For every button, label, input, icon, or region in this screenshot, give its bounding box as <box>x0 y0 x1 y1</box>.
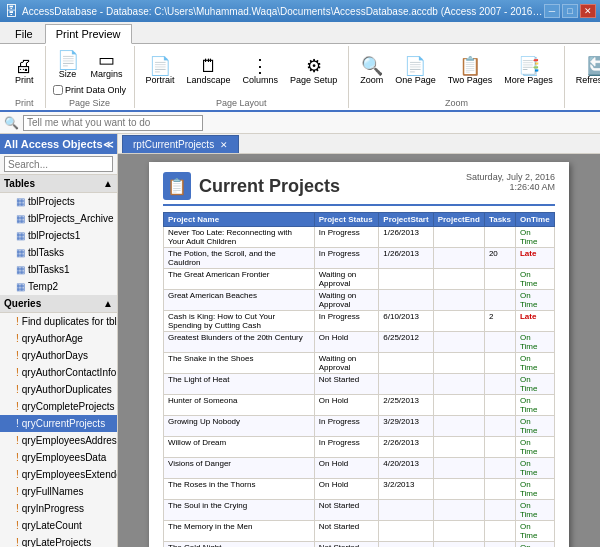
tab-file[interactable]: File <box>4 24 44 43</box>
list-item[interactable]: ▦tblProjects_Archive <box>0 210 117 227</box>
list-item[interactable]: ▦tblProjects <box>0 193 117 210</box>
table-row: The Memory in the Men Not Started On Tim… <box>164 521 555 542</box>
list-item[interactable]: ▦tblProjects1 <box>0 227 117 244</box>
cell-status: Waiting on Approval <box>314 290 379 311</box>
one-page-button[interactable]: 📄 One Page <box>390 54 441 88</box>
list-item[interactable]: !qryInProgress <box>0 500 117 517</box>
two-pages-button[interactable]: 📋 Two Pages <box>443 54 498 88</box>
columns-button[interactable]: ⋮ Columns <box>238 54 284 88</box>
cell-end <box>433 500 484 521</box>
minimize-button[interactable]: ─ <box>544 4 560 18</box>
list-item[interactable]: ▦Temp2 <box>0 278 117 295</box>
search-input[interactable] <box>23 115 203 131</box>
list-item[interactable]: !qryAuthorAge <box>0 330 117 347</box>
print-label: Print <box>15 75 34 85</box>
cell-ontime: On Time <box>515 500 554 521</box>
table-icon: ▦ <box>16 213 25 224</box>
panel-search-input[interactable] <box>4 156 113 172</box>
close-button[interactable]: ✕ <box>580 4 596 18</box>
cell-tasks <box>484 395 515 416</box>
cell-status: In Progress <box>314 311 379 332</box>
list-item[interactable]: !qryEmployeesExtended <box>0 466 117 483</box>
size-label: Size <box>59 69 77 79</box>
query-icon: ! <box>16 503 19 514</box>
cell-start <box>379 353 433 374</box>
table-row: The Roses in the Thorns On Hold 3/2/2013… <box>164 479 555 500</box>
table-row: Growing Up Nobody In Progress 3/29/2013 … <box>164 416 555 437</box>
query-icon: ! <box>16 401 19 412</box>
tables-section-header[interactable]: Tables ▲ <box>0 175 117 193</box>
cell-ontime: On Time <box>515 332 554 353</box>
print-buttons: 🖨 Print <box>10 46 39 96</box>
report-tab-close[interactable]: ✕ <box>220 140 228 150</box>
panel-header-text: All Access Objects <box>4 138 103 150</box>
data-buttons: 🔄 Refresh All 📊 Excel 📝 Text File 📑 PDF … <box>571 46 600 96</box>
maximize-button[interactable]: □ <box>562 4 578 18</box>
margins-button[interactable]: ▭ Margins <box>86 48 128 82</box>
cell-ontime: On Time <box>515 269 554 290</box>
list-item[interactable]: !qryLateProjects <box>0 534 117 547</box>
more-pages-button[interactable]: 📑 More Pages <box>499 54 558 88</box>
report-date: Saturday, July 2, 2016 <box>466 172 555 182</box>
queries-items: !Find duplicates for tblAuthors!qryAutho… <box>0 313 117 547</box>
report-date-area: Saturday, July 2, 2016 1:26:40 AM <box>466 172 555 192</box>
queries-section-header[interactable]: Queries ▲ <box>0 295 117 313</box>
tables-collapse-icon: ▲ <box>103 178 113 189</box>
cell-start <box>379 290 433 311</box>
content-area: rptCurrentProjects ✕ 📋 Current Projects … <box>118 134 600 547</box>
table-row: The Soul in the Crying Not Started On Ti… <box>164 500 555 521</box>
landscape-button[interactable]: 🗒 Landscape <box>182 54 236 88</box>
report-wrapper: 📋 Current Projects Saturday, July 2, 201… <box>118 154 600 547</box>
list-item[interactable]: !qryCurrentProjects <box>0 415 117 432</box>
main-layout: All Access Objects ≪ Tables ▲ ▦tblProjec… <box>0 134 600 547</box>
page-setup-button[interactable]: ⚙ Page Setup <box>285 54 342 88</box>
cell-ontime: On Time <box>515 290 554 311</box>
list-item[interactable]: !qryEmployeesAddresses <box>0 432 117 449</box>
table-icon: ▦ <box>16 230 25 241</box>
report-tab[interactable]: rptCurrentProjects ✕ <box>122 135 239 153</box>
cell-start: 4/20/2013 <box>379 458 433 479</box>
cell-status: Waiting on Approval <box>314 269 379 290</box>
size-button[interactable]: 📄 Size <box>52 48 84 82</box>
table-icon: ▦ <box>16 264 25 275</box>
list-item[interactable]: !Find duplicates for tblAuthors <box>0 313 117 330</box>
cell-start: 2/26/2013 <box>379 437 433 458</box>
zoom-icon: 🔍 <box>361 57 383 75</box>
more-pages-label: More Pages <box>504 75 553 85</box>
list-item[interactable]: !qryAuthorContactInfo <box>0 364 117 381</box>
list-item[interactable]: ▦tblTasks1 <box>0 261 117 278</box>
tab-print-preview[interactable]: Print Preview <box>45 24 132 44</box>
cell-status: In Progress <box>314 227 379 248</box>
zoom-buttons: 🔍 Zoom 📄 One Page 📋 Two Pages 📑 More Pag… <box>355 46 558 96</box>
col-ontime: OnTime <box>515 213 554 227</box>
col-status: Project Status <box>314 213 379 227</box>
cell-tasks <box>484 479 515 500</box>
zoom-button[interactable]: 🔍 Zoom <box>355 54 388 88</box>
col-tasks: Tasks <box>484 213 515 227</box>
cell-name: Growing Up Nobody <box>164 416 315 437</box>
panel-search <box>0 154 117 175</box>
list-item[interactable]: !qryFullNames <box>0 483 117 500</box>
tab-bar: rptCurrentProjects ✕ <box>118 134 600 154</box>
list-item[interactable]: !qryAuthorDays <box>0 347 117 364</box>
list-item[interactable]: !qryCompleteProjects <box>0 398 117 415</box>
cell-end <box>433 374 484 395</box>
cell-name: Great American Beaches <box>164 290 315 311</box>
cell-status: In Progress <box>314 437 379 458</box>
table-row: Great American Beaches Waiting on Approv… <box>164 290 555 311</box>
cell-status: In Progress <box>314 248 379 269</box>
cell-ontime: Late <box>515 311 554 332</box>
cell-tasks <box>484 437 515 458</box>
cell-status: Waiting on Approval <box>314 353 379 374</box>
portrait-button[interactable]: 📄 Portrait <box>141 54 180 88</box>
cell-tasks <box>484 542 515 548</box>
list-item[interactable]: !qryLateCount <box>0 517 117 534</box>
print-data-only-checkbox[interactable] <box>53 85 63 95</box>
print-button[interactable]: 🖨 Print <box>10 54 39 88</box>
list-item[interactable]: ▦tblTasks <box>0 244 117 261</box>
list-item[interactable]: !qryAuthorDuplicates <box>0 381 117 398</box>
list-item[interactable]: !qryEmployeesData <box>0 449 117 466</box>
ribbon-tabs: File Print Preview <box>0 22 600 44</box>
cell-tasks <box>484 227 515 248</box>
refresh-button[interactable]: 🔄 Refresh All <box>571 54 600 88</box>
